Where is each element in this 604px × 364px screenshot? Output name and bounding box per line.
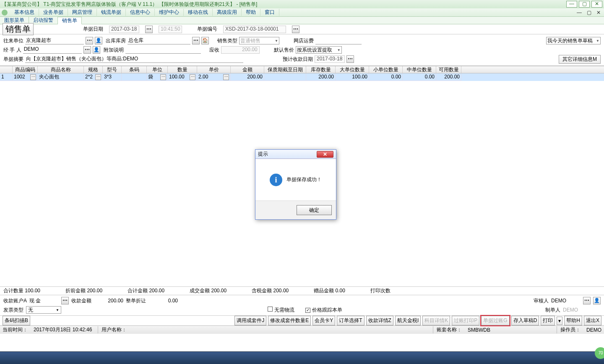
col-price[interactable]: 单价 [197,66,231,73]
shipfee-field[interactable] [315,37,362,44]
expectdate-field[interactable]: 2017-03-18 [315,55,345,63]
account-field[interactable]: 现 金 [29,297,59,304]
doc-no-field[interactable]: XSD-2017-03-18-00001 [223,26,286,33]
notification-badge[interactable]: 70 [595,347,604,359]
expectdate-label: 预计收款日期 [283,56,313,63]
window-minimize-button[interactable]: — [566,1,577,8]
handler-lookup-button[interactable]: ⋯ [83,46,91,54]
col-expiry[interactable]: 保质期截至日期 [264,66,306,73]
menu-cashflow[interactable]: 钱流单据 [97,9,126,16]
doc-no-picker-button[interactable]: ⋯ [292,26,299,33]
warehouse-field[interactable]: 总仓库 [128,37,190,44]
col-spec[interactable]: 规格 [84,66,103,73]
dialog-close-button[interactable]: ✕ [317,151,333,158]
payamt-field[interactable]: 200.00 [94,298,123,304]
cell-model[interactable]: 3*3 [103,73,122,81]
cell-name[interactable]: 夹心面包 [38,73,84,81]
cell-unit[interactable]: 袋⋯ [147,73,168,81]
my-drafts-combo[interactable]: 我今天的销售单草稿▼ [546,37,601,44]
spec-lookup-icon[interactable]: ⋯ [95,74,101,80]
dialog-ok-button[interactable]: 确定 [297,205,332,215]
cell-qty[interactable]: 100.00⋯ [168,73,197,81]
doc-date-field[interactable]: 2017-03-18 [109,26,139,33]
discount-field[interactable]: 0.00 [148,298,178,304]
doc-date-picker-button[interactable]: ⋯ [145,26,153,33]
cell-amount[interactable]: 200.00 [231,73,264,81]
price-track-checkbox[interactable]: ✓价格跟踪本单 [305,307,342,314]
col-stock[interactable]: 库存数量 [306,66,336,73]
warehouse-lookup-button[interactable]: ⋯ [192,37,200,44]
auditor-detail-icon[interactable]: 👤 [593,297,601,304]
no-logistics-checkbox[interactable]: 无需物流 [268,307,294,314]
print-button[interactable]: 打印 [541,316,555,325]
window-title: 【某某商贸公司】 T1-商贸宝批发零售网店版体验版（客户端 V 11.1） 【限… [2,1,565,8]
col-unit[interactable]: 单位 [147,66,168,73]
menu-info-center[interactable]: 信息中心 [126,9,155,16]
other-detail-button[interactable]: 其它详细信息M [559,55,601,64]
saletype-combo[interactable]: 普通销售▼ [239,37,279,44]
handler-field[interactable]: DEMO [23,46,82,54]
col-code[interactable]: 商品编码 [13,66,38,73]
use-kit-button[interactable]: 调用成套件J [234,316,266,325]
os-taskbar[interactable] [0,351,604,364]
cell-spec[interactable]: 2*2⋯ [84,73,103,81]
handler-detail-icon[interactable]: 👤 [93,46,100,54]
defprice-combo[interactable]: 按系统设置提取▼ [296,46,342,54]
order-select-button[interactable]: 订单选择T [337,316,364,325]
cell-price[interactable]: 2.00⋯ [197,73,231,81]
col-avail[interactable]: 可用数量 [436,66,461,73]
col-qty[interactable]: 数量 [168,66,197,73]
tab-sales-order[interactable]: 销售单 [58,17,82,24]
menu-biz-docs[interactable]: 业务单据 [39,9,68,16]
cell-code[interactable]: 1002⋯ [13,73,38,81]
customer-field[interactable]: 京克隆超市 [25,37,84,44]
summary-field[interactable]: 向【京克隆超市】销售（夹心面包）等商品:DEMO [25,55,243,63]
exit-button[interactable]: 退出X [584,316,601,325]
menu-window[interactable]: 窗口 [260,9,279,16]
menu-advanced[interactable]: 高级应用 [213,9,242,16]
warehouse-detail-icon[interactable]: 🏠 [201,37,209,44]
edit-kit-qty-button[interactable]: 修改成套件数量E [268,316,311,325]
customer-detail-icon[interactable]: 👤 [95,37,102,44]
qty-edit-icon[interactable]: ⋯ [190,74,195,80]
menu-maintain[interactable]: 维护中心 [155,9,184,16]
pay-detail-button[interactable]: 收款详情Z [366,316,393,325]
auditor-field[interactable]: DEMO [551,298,581,304]
code-lookup-icon[interactable]: ⋯ [30,74,36,80]
col-model[interactable]: 型号 [103,66,122,73]
menu-basic-info[interactable]: 基本信息 [10,9,39,16]
member-card-button[interactable]: 会员卡Y [312,316,335,325]
window-maximize-button[interactable]: ▢ [579,1,590,8]
customer-lookup-button[interactable]: ⋯ [86,37,93,44]
auditor-lookup-button[interactable]: ⋯ [583,297,591,304]
expectdate-picker-button[interactable]: ⋯ [346,55,354,63]
col-smallunit[interactable]: 小单位数量 [369,66,403,73]
note-field[interactable] [125,46,201,54]
account-lookup-button[interactable]: ⋯ [61,297,69,304]
menu-mobile[interactable]: 移动在线 [184,9,213,16]
barcode-scan-button[interactable]: 条码扫描B [3,316,30,325]
window-close-button[interactable]: ✕ [591,1,602,8]
save-draft-button[interactable]: 存入草稿D [511,316,539,325]
col-bigunit[interactable]: 大单位数量 [336,66,369,73]
cell-smallunit: 0.00 [369,73,403,81]
cell-barcode[interactable] [122,73,147,81]
col-barcode[interactable]: 条码 [122,66,147,73]
tax-button[interactable]: 航天金税I [395,316,421,325]
col-name[interactable]: 商品名称 [38,66,84,73]
grid-row[interactable]: 1 1002⋯ 夹心面包 2*2⋯ 3*3 袋⋯ 100.00⋯ 2.00⋯ 2… [0,73,604,81]
col-index[interactable] [0,66,13,73]
print-dropdown-button[interactable]: ▾ [557,317,562,325]
help-button[interactable]: 帮助H [564,316,582,325]
col-midunit[interactable]: 中单位数量 [403,66,436,73]
invoice-combo[interactable]: 无▼ [26,306,61,314]
mdi-maximize-button[interactable]: ▢ [585,10,593,16]
mdi-close-button[interactable]: ✕ [595,10,602,16]
price-edit-icon[interactable]: ⋯ [223,74,229,80]
col-amount[interactable]: 金额 [231,66,264,73]
menu-help[interactable]: 帮助 [242,9,260,16]
menu-shop[interactable]: 网店管理 [68,9,97,16]
unit-lookup-icon[interactable]: ⋯ [160,74,166,80]
cell-expiry[interactable] [264,73,306,81]
mdi-minimize-button[interactable]: — [575,10,583,16]
